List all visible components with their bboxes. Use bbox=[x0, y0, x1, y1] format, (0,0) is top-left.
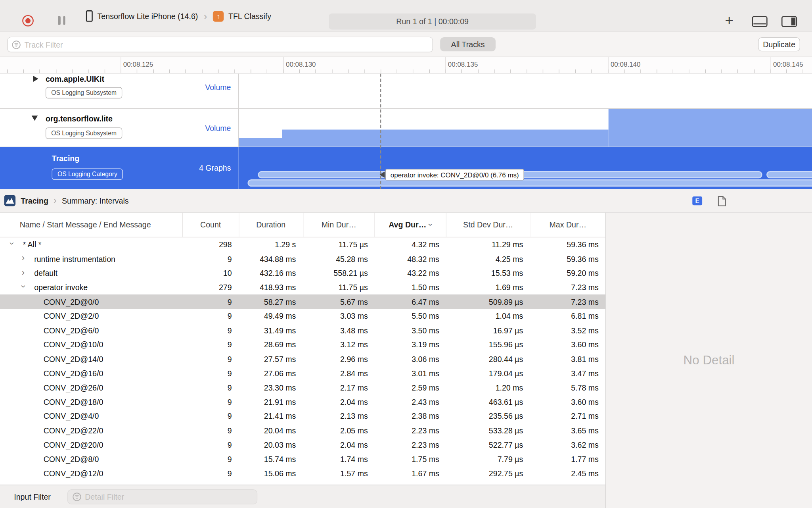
toggle-right-panel-button[interactable] bbox=[781, 16, 797, 27]
row-max-cell: 3.81 ms bbox=[530, 352, 605, 366]
target-name[interactable]: TFL Classify bbox=[228, 12, 271, 20]
breadcrumb-view[interactable]: Summary: Intervals bbox=[62, 196, 129, 205]
table-row[interactable]: CONV_2D@20/0920.03 ms2.04 ms2.23 ms522.7… bbox=[0, 438, 605, 452]
table-row[interactable]: ›default10432.16 ms558.21 µs43.22 ms15.5… bbox=[0, 266, 605, 280]
table-row[interactable]: CONV_2D@12/0915.06 ms1.57 ms1.67 ms292.7… bbox=[0, 466, 605, 481]
table-row[interactable]: CONV_2D@4/0921.41 ms2.13 ms2.38 ms235.56… bbox=[0, 409, 605, 423]
table-row[interactable]: CONV_2D@22/0920.04 ms2.05 ms2.23 ms533.2… bbox=[0, 423, 605, 438]
track-graph-area[interactable] bbox=[239, 73, 812, 108]
table-row[interactable]: CONV_2D@14/0927.57 ms2.96 ms3.06 ms280.4… bbox=[0, 352, 605, 366]
disclosure-expanded-icon[interactable]: › bbox=[7, 242, 17, 244]
row-name: CONV_2D@26/0 bbox=[0, 383, 103, 392]
column-header-duration[interactable]: Duration bbox=[239, 213, 303, 237]
track-row-tensorflow[interactable]: org.tensorflow.lite OS Logging Subsystem… bbox=[0, 109, 812, 147]
disclosure-collapsed-icon[interactable]: › bbox=[22, 253, 25, 264]
row-count-cell: 9 bbox=[182, 337, 238, 352]
column-header-avg-sorted[interactable]: Avg Dur… › bbox=[375, 213, 446, 237]
track-row-uikit[interactable]: com.apple.UIKit OS Logging Subsystem Vol… bbox=[0, 73, 812, 109]
table-row[interactable]: CONV_2D@2/0949.49 ms3.03 ms5.50 ms1.04 m… bbox=[0, 309, 605, 323]
track-meta-label[interactable]: Volume bbox=[205, 83, 231, 92]
row-count-cell: 9 bbox=[182, 294, 238, 309]
run-status-display[interactable]: Run 1 of 1 | 00:00:09 bbox=[329, 13, 536, 29]
column-header-avg-label: Avg Dur… bbox=[389, 220, 426, 229]
track-header[interactable]: com.apple.UIKit OS Logging Subsystem Vol… bbox=[0, 73, 239, 108]
interval-bar[interactable] bbox=[247, 179, 812, 187]
column-header-min[interactable]: Min Dur… bbox=[303, 213, 374, 237]
volume-area-segment bbox=[609, 109, 812, 146]
row-avg-cell: 1.67 ms bbox=[375, 466, 446, 481]
inspector-panel: No Detail bbox=[606, 213, 812, 508]
row-avg-cell: 3.06 ms bbox=[375, 352, 446, 366]
ruler-tick bbox=[705, 69, 705, 73]
track-filter-input[interactable] bbox=[24, 40, 428, 49]
ruler-tick bbox=[332, 69, 332, 73]
track-meta-label[interactable]: 4 Graphs bbox=[199, 163, 231, 172]
all-tracks-button[interactable]: All Tracks bbox=[440, 37, 496, 51]
column-header-max[interactable]: Max Dur… bbox=[530, 213, 605, 237]
row-name-cell: CONV_2D@8/0 bbox=[0, 452, 182, 466]
toggle-bottom-panel-button[interactable] bbox=[752, 16, 767, 27]
ruler-label: 00:08.140 bbox=[611, 61, 641, 69]
device-name[interactable]: Tensorflow Lite iPhone (14.6) bbox=[98, 12, 198, 20]
input-filter-label[interactable]: Input Filter bbox=[14, 485, 51, 508]
ruler-tick bbox=[251, 69, 251, 73]
table-row[interactable]: CONV_2D@8/0915.74 ms1.74 ms1.75 ms7.79 µ… bbox=[0, 452, 605, 466]
table-row[interactable]: CONV_2D@18/0921.91 ms2.04 ms2.43 ms463.6… bbox=[0, 395, 605, 409]
table-row[interactable]: ›operator invoke279418.93 ms11.75 µs1.50… bbox=[0, 280, 605, 294]
table-row[interactable]: CONV_2D@16/0927.06 ms2.84 ms3.01 ms179.0… bbox=[0, 366, 605, 381]
row-min-cell: 558.21 µs bbox=[303, 266, 374, 280]
add-instrument-button[interactable]: + bbox=[725, 12, 733, 29]
timeline-ruler[interactable]: 00:08.12500:08.13000:08.13500:08.14000:0… bbox=[0, 57, 812, 74]
table-row[interactable]: CONV_2D@0/0958.27 ms5.67 ms6.47 ms509.89… bbox=[0, 294, 605, 309]
row-name: CONV_2D@12/0 bbox=[0, 469, 103, 478]
track-graph-area[interactable]: operator invoke: CONV_2D@0/0 (6.76 ms) bbox=[239, 147, 812, 189]
row-count-cell: 9 bbox=[182, 423, 238, 438]
interval-tooltip-text: operator invoke: CONV_2D@0/0 (6.76 ms) bbox=[391, 171, 519, 179]
row-name: CONV_2D@4/0 bbox=[0, 412, 99, 421]
row-std-cell: 179.04 µs bbox=[446, 366, 530, 381]
disclosure-collapsed-icon[interactable]: › bbox=[22, 267, 25, 278]
track-row-tracing-selected[interactable]: Tracing OS Logging Category 4 Graphs ope… bbox=[0, 147, 812, 189]
row-name-cell: CONV_2D@18/0 bbox=[0, 395, 182, 409]
row-duration-cell: 20.04 ms bbox=[239, 423, 303, 438]
table-row[interactable]: CONV_2D@6/0931.49 ms3.48 ms3.50 ms16.97 … bbox=[0, 323, 605, 337]
table-row[interactable]: CONV_2D@10/0928.69 ms3.12 ms3.19 ms155.9… bbox=[0, 337, 605, 352]
track-graph-area[interactable] bbox=[239, 109, 812, 146]
expanded-detail-button[interactable]: E bbox=[692, 196, 702, 205]
interval-bar[interactable] bbox=[766, 171, 812, 178]
table-row[interactable]: ›* All *2981.29 s11.75 µs4.32 ms11.29 ms… bbox=[0, 237, 605, 252]
disclosure-collapsed-icon[interactable] bbox=[33, 76, 38, 82]
column-header-stddev[interactable]: Std Dev Dur… bbox=[446, 213, 530, 237]
row-max-cell: 3.52 ms bbox=[530, 323, 605, 337]
summary-pane: Name / Start Message / End Message Count… bbox=[0, 213, 606, 508]
table-row[interactable]: CONV_2D@26/0923.30 ms2.17 ms2.59 ms1.20 … bbox=[0, 381, 605, 395]
ruler-major-tick bbox=[771, 57, 771, 73]
document-icon[interactable] bbox=[718, 196, 726, 206]
duplicate-button[interactable]: Duplicate bbox=[758, 37, 800, 51]
row-name-cell: ›* All * bbox=[0, 237, 182, 252]
device-target-selector[interactable]: Tensorflow Lite iPhone (14.6) › ↑ TFL Cl… bbox=[86, 0, 271, 32]
column-header-name[interactable]: Name / Start Message / End Message bbox=[0, 213, 182, 237]
row-name-cell: CONV_2D@10/0 bbox=[0, 337, 182, 352]
track-header[interactable]: org.tensorflow.lite OS Logging Subsystem… bbox=[0, 109, 239, 146]
track-meta-label[interactable]: Volume bbox=[205, 124, 231, 133]
detail-filter-field[interactable] bbox=[67, 489, 257, 504]
track-header[interactable]: Tracing OS Logging Category 4 Graphs bbox=[0, 147, 239, 189]
row-name: * All * bbox=[0, 240, 41, 249]
no-detail-text: No Detail bbox=[684, 353, 735, 368]
ruler-tick bbox=[380, 69, 381, 73]
disclosure-expanded-icon[interactable] bbox=[32, 115, 38, 121]
detail-filter-input[interactable] bbox=[85, 493, 252, 501]
disclosure-expanded-icon[interactable]: › bbox=[18, 285, 28, 288]
record-button[interactable] bbox=[22, 15, 34, 27]
row-min-cell: 5.67 ms bbox=[303, 294, 374, 309]
ruler-tick bbox=[88, 69, 88, 73]
column-header-count[interactable]: Count bbox=[182, 213, 238, 237]
row-min-cell: 2.17 ms bbox=[303, 381, 374, 395]
row-name-cell: ›runtime instrumentation bbox=[0, 252, 182, 266]
track-filter-field[interactable] bbox=[7, 37, 433, 52]
breadcrumb-instrument[interactable]: Tracing bbox=[21, 196, 48, 205]
pause-button[interactable] bbox=[58, 16, 65, 25]
ruler-tick bbox=[267, 69, 267, 73]
table-row[interactable]: ›runtime instrumentation9434.88 ms45.28 … bbox=[0, 252, 605, 266]
